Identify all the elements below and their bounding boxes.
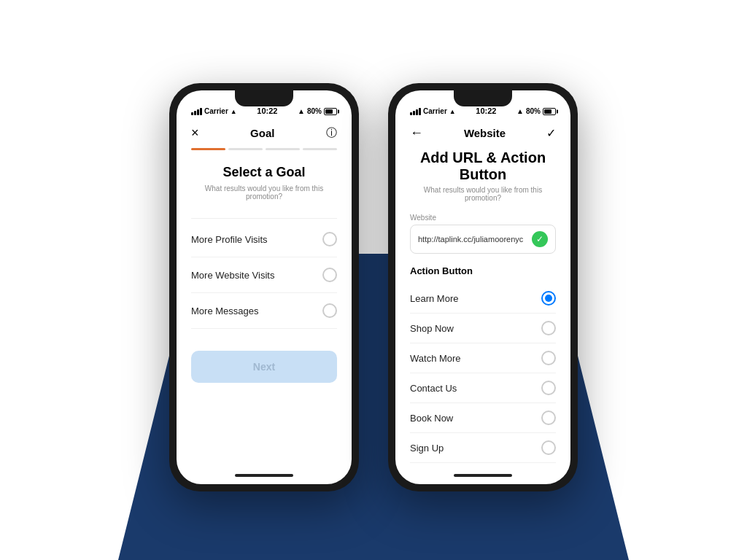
phone2-body: Add URL & Action Button What results wou…: [395, 149, 570, 467]
option-label-1: More Profile Visits: [191, 234, 268, 245]
website-page-subtitle: What results would you like from this pr…: [410, 186, 556, 202]
radio-btn-watch-more[interactable]: [541, 351, 556, 365]
action-label-book-now: Book Now: [410, 413, 453, 424]
action-label-contact-us: Contact Us: [410, 383, 457, 394]
battery-icon-2: [543, 108, 556, 115]
option-row-3[interactable]: More Messages: [191, 293, 337, 329]
url-input-field[interactable]: http://taplink.cc/juliamoorenyc ✓: [410, 225, 556, 254]
radio-selected-learn-more[interactable]: [541, 291, 556, 306]
option-label-3: More Messages: [191, 306, 258, 316]
home-bar-1: [235, 474, 293, 477]
action-option-watch-more[interactable]: Watch More: [410, 343, 556, 373]
radio-btn-book-now[interactable]: [541, 411, 556, 425]
phone-website: Carrier ▲ 10:22 ▲ 80% ← Website ✓: [388, 83, 578, 491]
action-option-learn-more[interactable]: Learn More: [410, 284, 556, 314]
divider: [191, 218, 337, 219]
wifi-icon-1: ▲: [231, 108, 237, 115]
goal-page-subtitle: What results would you like from this pr…: [191, 184, 337, 201]
action-label-shop-now: Shop Now: [410, 323, 454, 334]
time-label-2: 10:22: [476, 106, 496, 115]
option-label-2: More Website Visits: [191, 270, 274, 281]
option-row-1[interactable]: More Profile Visits: [191, 222, 337, 257]
action-label-watch-more: Watch More: [410, 353, 461, 364]
signal-icon: [191, 108, 202, 115]
action-option-contact-us[interactable]: Contact Us: [410, 373, 556, 403]
url-value: http://taplink.cc/juliamoorenyc: [418, 235, 523, 244]
website-header-title: Website: [464, 127, 506, 139]
goal-header-title: Goal: [250, 127, 274, 139]
radio-btn-3[interactable]: [322, 303, 337, 318]
action-option-sign-up[interactable]: Sign Up: [410, 433, 556, 463]
option-row-2[interactable]: More Website Visits: [191, 257, 337, 293]
home-indicator-1: [177, 467, 352, 484]
radio-btn-shop-now[interactable]: [541, 321, 556, 335]
back-button[interactable]: ←: [410, 125, 423, 141]
info-button[interactable]: ⓘ: [326, 126, 337, 140]
radio-selected-inner: [545, 295, 552, 302]
carrier-label-2: Carrier: [423, 107, 447, 115]
check-button[interactable]: ✓: [546, 126, 556, 140]
website-page-title: Add URL & Action Button: [410, 149, 556, 183]
battery-icon-1: [324, 108, 337, 115]
close-button[interactable]: ×: [191, 125, 199, 141]
time-label-1: 10:22: [257, 106, 277, 115]
action-option-shop-now[interactable]: Shop Now: [410, 314, 556, 343]
carrier-label-1: Carrier: [204, 107, 228, 115]
radio-btn-contact-us[interactable]: [541, 381, 556, 395]
phone-notch-2: [454, 90, 512, 106]
radio-btn-1[interactable]: [322, 232, 337, 246]
signal-icon-2: [410, 108, 421, 115]
gps-icon-2: ▲: [516, 107, 524, 115]
phones-container: Carrier ▲ 10:22 ▲ 80% × Goal ⓘ: [169, 83, 578, 491]
battery-label-2: 80%: [526, 107, 541, 115]
phone1-body: Select a Goal What results would you lik…: [177, 150, 352, 467]
radio-btn-2[interactable]: [322, 268, 337, 282]
phone-goal: Carrier ▲ 10:22 ▲ 80% × Goal ⓘ: [169, 83, 359, 491]
gps-icon-1: ▲: [298, 107, 305, 115]
battery-label-1: 80%: [307, 107, 322, 115]
next-button[interactable]: Next: [191, 351, 337, 383]
goal-page-title: Select a Goal: [191, 165, 337, 180]
phone2-header: ← Website ✓: [395, 120, 570, 149]
home-bar-2: [454, 474, 512, 477]
phone1-header: × Goal ⓘ: [177, 120, 352, 148]
radio-btn-sign-up[interactable]: [541, 440, 556, 455]
home-indicator-2: [395, 467, 570, 484]
action-button-section-title: Action Button: [410, 265, 556, 276]
url-field-label: Website: [410, 214, 556, 222]
url-check-icon: ✓: [532, 231, 548, 247]
phone-notch: [235, 90, 293, 106]
wifi-icon-2: ▲: [449, 108, 456, 115]
action-label-learn-more: Learn More: [410, 293, 458, 304]
action-option-book-now[interactable]: Book Now: [410, 403, 556, 433]
action-label-sign-up: Sign Up: [410, 443, 444, 454]
